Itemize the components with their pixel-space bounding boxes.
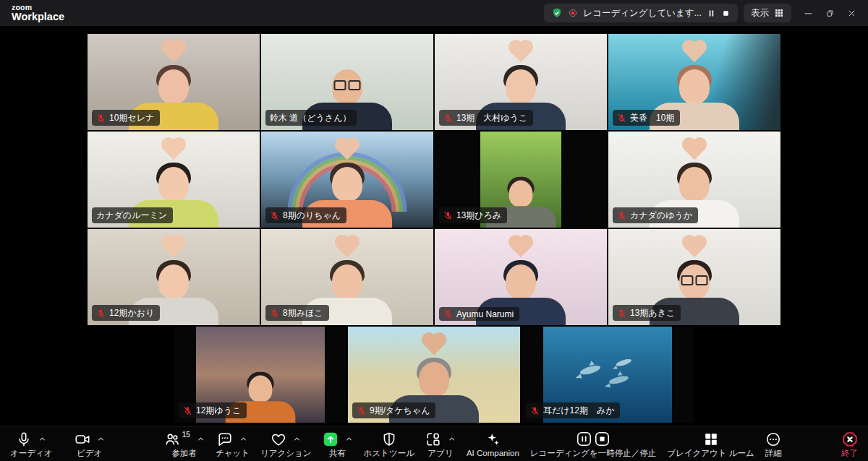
- chevron-up-icon[interactable]: [345, 435, 353, 443]
- participant-tile[interactable]: 12期かおり: [88, 229, 260, 325]
- chevron-up-icon[interactable]: [197, 435, 205, 443]
- toolbar-audio-button[interactable]: オーディオ: [10, 431, 53, 458]
- toolbar-chat-button[interactable]: チャット: [216, 431, 250, 458]
- participant-count-badge: 15: [182, 431, 190, 439]
- participant-name-tag: 耳だけ12期 みか: [526, 402, 620, 418]
- mic-muted-icon: [617, 113, 626, 123]
- participant-name-tag: 13期 大村ゆうこ: [439, 110, 533, 126]
- participant-tile[interactable]: カナダのルーミン: [88, 132, 260, 228]
- mic-muted-icon: [617, 211, 626, 220]
- toolbar-breakout-rooms-button[interactable]: ブレイクアウト ルーム: [667, 431, 754, 458]
- toolbar-ai-companion-button[interactable]: AI Companion: [467, 431, 519, 458]
- toolbar-apps-button[interactable]: アプリ: [425, 431, 456, 458]
- participant-tile[interactable]: 8期みほこ: [261, 229, 433, 325]
- glasses: [681, 275, 708, 285]
- participant-name-tag: 美香 10期: [613, 110, 680, 126]
- person-head: [332, 167, 362, 202]
- gallery-view-grid-icon: [774, 8, 784, 18]
- participant-tile[interactable]: 9期/タケちゃん: [348, 327, 520, 423]
- recording-indicator: レコーディングしています...: [544, 4, 738, 22]
- ellipsis-circle-icon: [765, 431, 781, 447]
- toolbar-recording-controls-button[interactable]: レコーディングを一時停止／停止: [530, 431, 656, 458]
- chevron-up-icon[interactable]: [239, 435, 247, 443]
- share-icon: [323, 431, 339, 447]
- toolbar-chat-label: チャット: [216, 449, 250, 458]
- person-head: [506, 264, 536, 299]
- shield-icon: [381, 431, 397, 447]
- participant-tile[interactable]: Ayumu Narumi: [435, 229, 607, 325]
- end-call-icon: [842, 431, 858, 447]
- participant-tile[interactable]: 8期のりちゃん: [261, 132, 433, 228]
- participant-name: カナダのルーミン: [96, 210, 167, 222]
- participant-tile[interactable]: 鈴木 道（どうさん）: [261, 34, 433, 130]
- chevron-up-icon[interactable]: [38, 435, 46, 443]
- participant-name: 8期みほこ: [283, 307, 323, 319]
- participant-tile[interactable]: 耳だけ12期 みか: [522, 327, 694, 423]
- heart-hands: [163, 42, 184, 62]
- toolbar-end-label: 終了: [841, 449, 858, 458]
- participant-tile[interactable]: 10期セレナ: [88, 34, 260, 130]
- participant-name-tag: 9期/タケちゃん: [352, 402, 435, 418]
- toolbar-video-label: ビデオ: [77, 449, 102, 458]
- view-button[interactable]: 表示: [744, 4, 791, 22]
- toolbar-share-button[interactable]: 共有: [323, 431, 353, 458]
- toolbar-reactions-button[interactable]: リアクション: [260, 431, 312, 458]
- toolbar-right-group: 終了: [841, 431, 858, 458]
- participant-name: 美香 10期: [630, 112, 674, 124]
- toolbar-recording-controls-label: レコーディングを一時停止／停止: [530, 449, 656, 458]
- video-stage: 10期セレナ鈴木 道（どうさん）13期 大村ゆうこ美香 10期カナダのルーミン8…: [0, 26, 868, 426]
- person-head: [158, 264, 189, 299]
- participant-name-tag: 8期みほこ: [265, 305, 329, 321]
- participant-name-tag: 12期かおり: [92, 305, 160, 321]
- chevron-up-icon[interactable]: [97, 435, 105, 443]
- minimize-button[interactable]: [797, 3, 819, 23]
- toolbar-left-group: オーディオビデオ: [10, 431, 105, 458]
- toolbar-audio-icon-row: [16, 431, 46, 448]
- participant-tile[interactable]: 13期あきこ: [608, 229, 780, 325]
- participant-name: 13期ひろみ: [456, 210, 501, 222]
- participant-name-tag: カナダのゆうか: [613, 207, 698, 223]
- minimize-icon: [803, 8, 814, 19]
- participant-tile[interactable]: 13期ひろみ: [435, 132, 607, 228]
- toolbar-participants-button[interactable]: 15参加者: [164, 431, 205, 458]
- toolbar-host-tools-button[interactable]: ホストツール: [364, 431, 414, 458]
- participant-name: 8期のりちゃん: [283, 210, 341, 222]
- person-head: [509, 180, 533, 207]
- toolbar-video-button[interactable]: ビデオ: [75, 431, 105, 458]
- video-grid-row: カナダのルーミン8期のりちゃん13期ひろみカナダのゆうか: [88, 132, 780, 228]
- restore-button[interactable]: [819, 3, 841, 23]
- toolbar-end-button[interactable]: 終了: [841, 431, 858, 458]
- view-button-label: 表示: [751, 7, 769, 20]
- recording-stop-button[interactable]: [721, 9, 731, 18]
- toolbar-participants-icon-row: 15: [164, 431, 205, 448]
- toolbar-apps-icon-row: [425, 431, 456, 448]
- participant-name-tag: カナダのルーミン: [92, 207, 173, 223]
- person-head: [679, 69, 710, 104]
- chat-icon: [217, 431, 233, 447]
- recording-status-text: レコーディングしています...: [583, 7, 702, 20]
- participant-name-tag: 鈴木 道（どうさん）: [265, 110, 357, 126]
- chevron-up-icon[interactable]: [293, 435, 301, 443]
- participant-tile[interactable]: 13期 大村ゆうこ: [435, 34, 607, 130]
- participant-tile[interactable]: 12期ゆうこ: [174, 327, 346, 423]
- heart-hands: [511, 237, 531, 257]
- window-controls: [797, 3, 862, 23]
- grid-2x2-icon: [703, 431, 719, 447]
- recording-pause-button[interactable]: [707, 9, 716, 18]
- toolbar-more-button[interactable]: 詳細: [765, 431, 782, 458]
- close-button[interactable]: [841, 3, 862, 23]
- toolbar-more-label: 詳細: [765, 449, 782, 458]
- participant-tile[interactable]: 美香 10期: [608, 34, 780, 130]
- toolbar-reactions-icon-row: [271, 431, 301, 448]
- person-head: [506, 69, 536, 104]
- toolbar-video-icon-row: [75, 431, 105, 448]
- participants-icon: [164, 431, 180, 447]
- chevron-up-icon[interactable]: [448, 435, 456, 443]
- heart-hands: [163, 139, 184, 160]
- participant-tile[interactable]: カナダのゆうか: [608, 132, 780, 228]
- sparkle-icon: [485, 431, 501, 447]
- toolbar-more-icon-row: [765, 431, 781, 448]
- participant-name: 鈴木 道（どうさん）: [270, 112, 351, 124]
- video-grid-row: 12期ゆうこ9期/タケちゃん耳だけ12期 みか: [88, 327, 780, 423]
- heart-hands: [163, 237, 184, 257]
